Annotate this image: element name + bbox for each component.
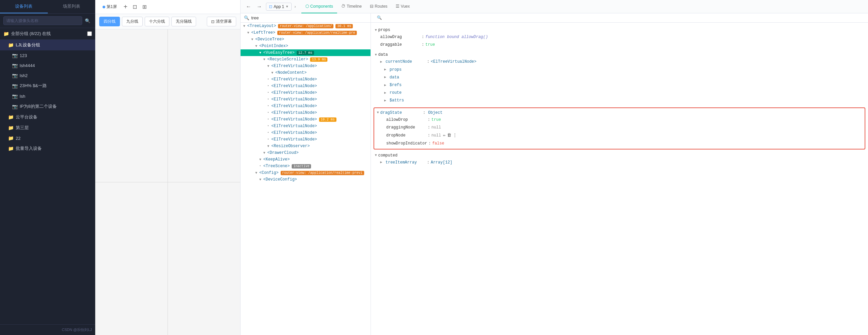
folder-icon: 📁 — [8, 125, 14, 130]
tree-node-eltree-6[interactable]: • <ElTreeVirtualNode> — [241, 103, 371, 109]
tree-node-eltree-5[interactable]: • <ElTreeVirtualNode> — [241, 96, 371, 103]
tree-node-eltree-7[interactable]: • <ElTreeVirtualNode> — [241, 109, 371, 116]
tree-node-eltreevirtual-1[interactable]: <ElTreeVirtualNode> — [241, 63, 371, 69]
expand-icon[interactable] — [380, 59, 384, 65]
list-item[interactable]: 📁 第三层 — [0, 123, 95, 133]
tree-search-input[interactable] — [251, 15, 367, 20]
delete-icon[interactable]: 🗑 — [447, 132, 452, 139]
detail-key: treeItemArray — [385, 160, 426, 166]
expand-icon[interactable] — [263, 58, 267, 61]
tree-node-keepalive[interactable]: <KeepAlive> — [241, 156, 371, 163]
sidebar-tab-scenes[interactable]: 场景列表 — [48, 0, 96, 13]
add-screen-button[interactable]: + — [122, 3, 130, 11]
layout-free-button[interactable]: 无分隔线 — [172, 17, 196, 26]
tree-node-eltree-9[interactable]: • <ElTreeVirtualNode> — [241, 123, 371, 130]
expand-icon[interactable] — [263, 151, 267, 155]
tree-node-treescene[interactable]: • <TreeScene> inactive — [241, 163, 371, 169]
tab-routes[interactable]: ⊟ Routes — [366, 0, 392, 13]
list-item[interactable]: 📷 IP为8的第二个设备 — [0, 101, 95, 112]
list-item[interactable]: 📷 123 — [0, 51, 95, 60]
settings-icon-button[interactable]: ⊞ — [140, 3, 149, 11]
list-item[interactable]: 📁 22 — [0, 133, 95, 143]
forward-button[interactable]: → — [255, 3, 263, 10]
search-input[interactable] — [3, 16, 82, 25]
search-button[interactable]: 🔍 — [84, 17, 92, 25]
tree-node-drawercloud[interactable]: <DrawerCloud> — [241, 149, 371, 156]
detail-row-currentnode: currentNode : <ElTreeVirtualNode> — [375, 58, 864, 66]
tree-node-eltree-4[interactable]: • <ElTreeVirtualNode> — [241, 90, 371, 96]
list-item[interactable]: 📁 云平台设备 — [0, 112, 95, 123]
expand-icon[interactable] — [255, 44, 259, 48]
expand-icon[interactable] — [243, 24, 247, 28]
expand-icon[interactable] — [259, 51, 263, 55]
expand-icon[interactable] — [259, 158, 263, 162]
all-groups-checkbox[interactable] — [87, 31, 92, 36]
tree-node-lefttree[interactable]: <LeftTree> router-view: /application/rea… — [241, 29, 371, 36]
back-button[interactable]: ← — [245, 3, 253, 10]
devtools-panel: ← → ⊡ App 1 ▼ › ⬡ Components ⏱ Timeline … — [241, 0, 868, 335]
tree-node-eltree-8[interactable]: • <ElTreeVirtualNode> 10.2 ms — [241, 116, 371, 123]
tree-node-vueeasytree[interactable]: <VueEasyTree> 12.7 ms — [241, 49, 371, 56]
camera-icon: 📷 — [12, 63, 18, 68]
layout-9-button[interactable]: 九分线 — [122, 17, 143, 26]
expand-icon[interactable] — [384, 67, 388, 72]
tab-timeline[interactable]: ⏱ Timeline — [337, 0, 366, 13]
tree-node-resizeobserver[interactable]: <ResizeObserver> — [241, 143, 371, 149]
all-groups-item[interactable]: 📁 全部分组 (8/22) 在线 — [0, 28, 95, 40]
props-section-header[interactable]: ▼ props — [375, 27, 864, 33]
expand-icon[interactable] — [255, 171, 259, 175]
expand-icon[interactable] — [384, 98, 388, 103]
list-item[interactable]: 📷 lsh2 — [0, 70, 95, 80]
tree-node-eltree-11[interactable]: • <ElTreeVirtualNode> — [241, 136, 371, 143]
expand-icon[interactable] — [251, 38, 255, 41]
expand-icon[interactable] — [380, 160, 384, 165]
props-section: ▼ props allowDrag : function bound allow… — [371, 25, 868, 50]
edit-icon[interactable]: ✏️ — [443, 132, 446, 139]
tree-node-recyclescroller[interactable]: <RecycleScroller> 13.9 ms — [241, 56, 371, 63]
more-icon[interactable]: ⋮ — [453, 132, 457, 139]
sidebar-item-ljl[interactable]: 📁 LJL设备分组 — [0, 40, 95, 51]
tree-node-pointindex[interactable]: <PointIndex> — [241, 43, 371, 49]
expand-icon[interactable] — [384, 91, 388, 96]
computed-section-header[interactable]: ▼ computed — [375, 152, 864, 159]
clear-screen-button[interactable]: ⊡ 清空屏幕 — [207, 17, 236, 26]
expand-icon[interactable] — [259, 178, 263, 181]
tree-node-nodecontent[interactable]: <NodeContent> — [241, 69, 371, 76]
tree-node-treelayout[interactable]: <TreeLayout> router-view: /application/ … — [241, 23, 371, 29]
tree-node-eltree-10[interactable]: • <ElTreeVirtualNode> — [241, 130, 371, 136]
sidebar-items-list: 📁 LJL设备分组 📷 123 📷 lsh4444 📷 lsh2 📷 23H% … — [0, 40, 95, 324]
list-item[interactable]: 📁 批量导入设备 — [0, 143, 95, 154]
tree-node-eltree-3[interactable]: • <ElTreeVirtualNode> — [241, 83, 371, 90]
tab-routes-label: Routes — [375, 4, 388, 9]
tag-name: <NodeContent> — [275, 70, 307, 75]
sidebar-tab-devices[interactable]: 设备列表 — [0, 0, 48, 13]
list-item[interactable]: 📷 23H% $&一路 — [0, 80, 95, 91]
expand-icon[interactable] — [384, 75, 388, 80]
app-selector[interactable]: ⊡ App 1 ▼ — [266, 3, 292, 11]
tree-node-eltree-2[interactable]: • <ElTreeVirtualNode> — [241, 76, 371, 83]
tag-name: <DeviceTree> — [255, 37, 284, 42]
expand-icon[interactable] — [247, 31, 251, 35]
devtools-body: 🔍 <TreeLayout> router-view: /application… — [241, 13, 868, 335]
expand-icon[interactable] — [271, 71, 275, 75]
share-icon-button[interactable]: ⊡ — [131, 3, 139, 11]
data-section-header[interactable]: ▼ data — [375, 52, 864, 58]
camera-icon: 📷 — [12, 53, 18, 58]
expand-icon[interactable] — [267, 64, 271, 68]
tab-vuex[interactable]: ☰ Vuex — [392, 0, 414, 13]
layout-16-button[interactable]: 十六分线 — [145, 17, 169, 26]
tree-node-config[interactable]: <Config> router-view: /application/realt… — [241, 169, 371, 176]
tree-node-deviceconfig[interactable]: <DeviceConfig> — [241, 176, 371, 183]
expand-icon[interactable] — [384, 83, 388, 88]
layout-4-button[interactable]: 四分线 — [99, 17, 120, 26]
tree-node-devicetree[interactable]: <DeviceTree> — [241, 36, 371, 43]
list-item[interactable]: 📷 lsh — [0, 91, 95, 101]
expand-icon[interactable] — [267, 144, 271, 148]
tree-pane: 🔍 <TreeLayout> router-view: /application… — [241, 13, 371, 335]
dragstate-header[interactable]: ▼ dragState : Object — [377, 109, 862, 116]
tab-components[interactable]: ⬡ Components — [301, 0, 337, 13]
detail-key: data — [390, 74, 430, 81]
screen-tab[interactable]: 第1屏 — [99, 3, 120, 11]
list-item[interactable]: 📷 lsh4444 — [0, 60, 95, 70]
top-toolbar: 第1屏 + ⊡ ⊞ — [95, 0, 240, 14]
